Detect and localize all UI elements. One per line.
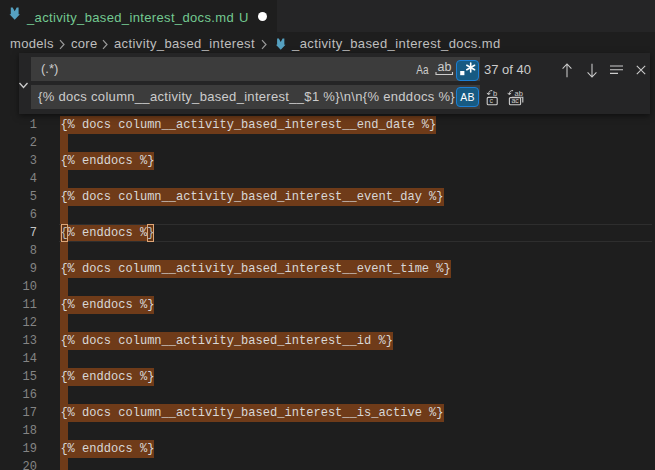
svg-text:c: c	[490, 97, 494, 104]
svg-text:ab: ab	[438, 60, 452, 74]
svg-text:b: b	[493, 89, 497, 98]
svg-text:Aa: Aa	[416, 62, 429, 77]
svg-text:ab: ab	[515, 89, 523, 98]
svg-text:ac: ac	[511, 97, 519, 104]
